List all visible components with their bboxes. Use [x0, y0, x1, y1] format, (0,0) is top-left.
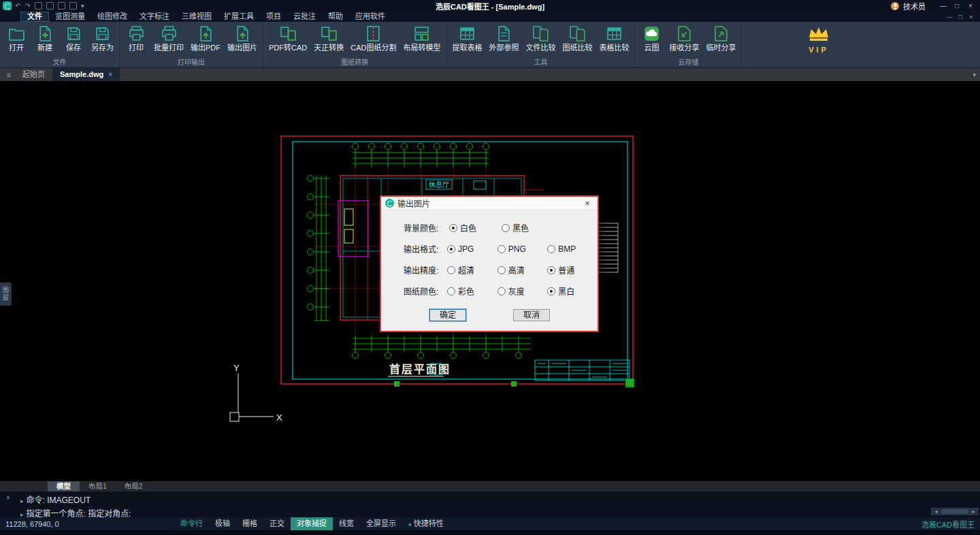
scroll-right-icon[interactable]: ▸ [969, 508, 978, 515]
doc-restore-icon[interactable]: □ [955, 14, 966, 20]
radio-option[interactable]: 灰度 [497, 285, 548, 297]
toggle-quick-properties[interactable]: ●快捷特性 [402, 517, 450, 531]
redo-icon[interactable]: ↷ [24, 2, 30, 10]
radio-option[interactable]: 黑色 [502, 222, 554, 233]
radio-icon[interactable] [497, 245, 506, 253]
minimize-icon[interactable]: — [936, 0, 950, 12]
menu-tab-text-annotate[interactable]: 文字标注 [133, 12, 176, 22]
file-compare-icon [532, 25, 549, 42]
cad-split-button[interactable]: CAD图纸分割 [347, 25, 399, 52]
vip-badge[interactable]: VIP [802, 26, 836, 54]
radio-option[interactable]: 普通 [547, 264, 598, 276]
new-button[interactable]: 新建 [31, 25, 59, 52]
table-compare-button[interactable]: 表格比较 [595, 25, 632, 52]
open-button[interactable]: 打开 [2, 25, 31, 52]
menu-tab-cloud-annotate[interactable]: 云批注 [287, 12, 322, 22]
undo-icon[interactable]: ↶ [15, 2, 20, 10]
batch-print-button[interactable]: 批量打印 [150, 25, 187, 52]
menu-tab-3d-view[interactable]: 三维视图 [176, 12, 218, 22]
tab-close-icon[interactable]: × [108, 68, 112, 81]
cloud-drawing-button[interactable]: 云图 [637, 25, 666, 52]
radio-option[interactable]: 高清 [497, 264, 548, 276]
tangent-convert-button[interactable]: 天正转换 [310, 25, 347, 52]
temp-share-button[interactable]: 临时分享 [702, 25, 739, 52]
qat-tool-icon[interactable] [58, 2, 65, 10]
toggle-lineweight[interactable]: 线宽 [333, 517, 360, 530]
tab-menu-icon[interactable]: ≡ [3, 71, 15, 79]
drawing-compare-button[interactable]: 图纸比较 [559, 25, 595, 52]
radio-icon[interactable] [447, 287, 455, 295]
scrollbar-thumb[interactable] [941, 509, 968, 514]
print-button[interactable]: 打印 [122, 25, 150, 52]
toggle-grid[interactable]: 栅格 [236, 517, 263, 530]
dialog-title-bar[interactable]: 输出图片 × [381, 197, 598, 210]
toggle-ortho[interactable]: 正交 [263, 517, 291, 530]
radio-icon[interactable] [502, 224, 510, 232]
user-avatar[interactable] [891, 2, 899, 10]
user-name[interactable]: 技术员 [903, 1, 926, 12]
command-scrollbar[interactable]: ◂ ▸ [931, 508, 979, 515]
radio-icon[interactable] [547, 266, 555, 274]
command-window[interactable]: × ▸命令: IMAGEOUT ▸指定第一个角点: 指定对角点: ◂ ▸ [0, 491, 980, 517]
menu-tab-project[interactable]: 项目 [260, 12, 287, 22]
receive-share-button[interactable]: 接收分享 [666, 25, 702, 52]
radio-icon[interactable] [547, 287, 555, 295]
radio-option[interactable]: PNG [497, 244, 548, 254]
export-image-button[interactable]: 输出图片 [224, 25, 261, 52]
toggle-command-line[interactable]: 命令行 [174, 517, 209, 530]
toggle-fullscreen[interactable]: 全屏显示 [360, 517, 402, 530]
command-close-icon[interactable]: × [6, 494, 10, 502]
export-pdf-button[interactable]: 输出PDF [187, 25, 224, 52]
ok-button[interactable]: 确定 [429, 309, 466, 321]
toggle-object-snap[interactable]: 对象捕捉 [291, 517, 333, 530]
tab-layout2[interactable]: 布局2 [116, 481, 152, 491]
menu-tab-apps[interactable]: 应用软件 [349, 12, 391, 22]
tab-start-page[interactable]: 起始页 [15, 68, 52, 81]
dialog-close-icon[interactable]: × [581, 199, 593, 208]
radio-icon[interactable] [447, 266, 455, 274]
menu-tab-extended-tools[interactable]: 扩展工具 [218, 12, 260, 22]
layer-panel-handle[interactable]: 图层 [0, 282, 12, 306]
pdf-to-cad-button[interactable]: PDF转CAD [265, 25, 310, 52]
radio-icon[interactable] [547, 245, 555, 253]
radio-option[interactable]: 彩色 [447, 285, 497, 297]
qat-tool-icon[interactable] [46, 2, 54, 10]
tab-list-dropdown-icon[interactable]: ▾ [973, 71, 976, 78]
save-as-button[interactable]: 另存为 [88, 25, 117, 52]
doc-minimize-icon[interactable]: — [944, 14, 955, 20]
radio-option[interactable]: 白色 [449, 222, 502, 233]
doc-close-icon[interactable]: × [966, 14, 977, 20]
xref-button[interactable]: 外部参照 [485, 25, 522, 52]
radio-icon[interactable] [449, 224, 457, 232]
save-button[interactable]: 保存 [59, 25, 88, 52]
command-input-line[interactable]: ▸指定第一个角点: 指定对角点: [0, 505, 980, 519]
file-compare-button[interactable]: 文件比较 [522, 25, 559, 52]
drawing-canvas[interactable]: 休息厅 首层平面图 [0, 81, 980, 481]
radio-option[interactable]: JPG [447, 244, 497, 254]
extract-table-button[interactable]: 提取表格 [448, 25, 485, 52]
radio-icon[interactable] [497, 287, 506, 295]
toggle-polar[interactable]: 极轴 [209, 517, 236, 530]
radio-option[interactable]: 黑白 [547, 285, 598, 297]
cancel-button[interactable]: 取消 [513, 309, 550, 321]
menu-tab-view-measure[interactable]: 览图测量 [49, 12, 91, 22]
menu-tab-help[interactable]: 帮助 [322, 12, 349, 22]
scroll-left-icon[interactable]: ◂ [932, 508, 941, 515]
radio-icon[interactable] [497, 266, 506, 274]
qat-customize-icon[interactable]: ▾ [81, 2, 84, 10]
qat-tool-icon[interactable] [35, 2, 42, 10]
tab-model[interactable]: 模型 [48, 481, 80, 491]
tab-sample-dwg[interactable]: Sample.dwg × [52, 68, 120, 81]
tab-layout1[interactable]: 布局1 [80, 481, 116, 491]
menu-bar: 文件 览图测量 绘图修改 文字标注 三维视图 扩展工具 项目 云批注 帮助 应用… [0, 12, 980, 22]
radio-option[interactable]: BMP [547, 244, 598, 254]
close-icon[interactable]: × [964, 0, 977, 12]
menu-tab-file[interactable]: 文件 [20, 12, 49, 22]
menu-tab-draw-modify[interactable]: 绘图修改 [91, 12, 133, 22]
radio-icon[interactable] [447, 245, 455, 253]
maximize-icon[interactable]: □ [950, 0, 964, 12]
layout-to-model-button[interactable]: 布局转模型 [399, 25, 444, 52]
radio-option[interactable]: 超清 [447, 264, 497, 276]
tangent-convert-icon [321, 25, 338, 42]
qat-tool-icon[interactable] [69, 2, 77, 10]
